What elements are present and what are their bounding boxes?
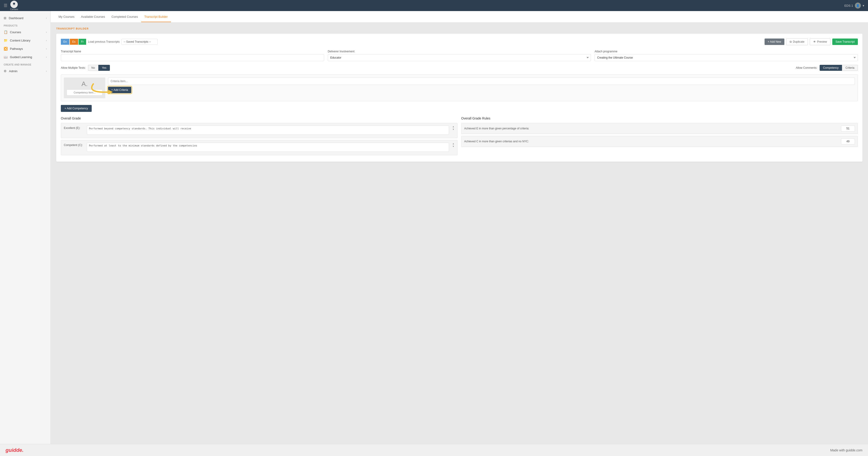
transcript-name-group: Transcript Name [61,50,324,61]
duplicate-button[interactable]: ⧉ Duplicate [786,38,808,45]
transcript-name-label: Transcript Name [61,50,324,53]
allow-comments-label: Allow Comments: [796,66,817,69]
create-manage-section-label: CREATE AND MANAGE [0,61,51,67]
tabs-bar: My Courses Available Courses Completed C… [51,11,868,23]
toggle-no-button[interactable]: No [88,65,98,71]
allow-tests-row: Allow Multiple Tests: No Yes Allow Comme… [61,65,858,71]
overall-grade-left: Overall Grade Excellent (E): Performed b… [61,116,458,157]
dropdown-icon[interactable]: ▾ [863,4,864,7]
allow-tests-toggle: No Yes [88,65,110,71]
hamburger-icon[interactable]: ☰ [4,3,7,8]
add-criteria-button[interactable]: + Add Criteria [108,87,131,93]
add-competency-button[interactable]: + Add Competency [61,105,92,112]
user-label: EDS 1 [844,4,853,7]
language-buttons: En Es Fr [61,39,86,45]
section-title: TRANSCRIPT BUILDER [56,27,863,30]
tab-my-courses[interactable]: My Courses [55,12,78,22]
preview-button[interactable]: 👁 Preview [810,38,831,45]
sidebar-item-admin[interactable]: ⚙ Admin › [0,67,51,75]
arrow-up-icon[interactable]: ▲ [452,125,455,128]
avatar: 👤 [855,3,861,8]
excellent-rule-text: Achieved E in more than given percentage… [464,127,839,130]
sidebar-item-pathways[interactable]: 🔀 Pathways › [0,45,51,53]
sidebar-item-label: Guided Learning [10,55,32,59]
competency-area: A. + Add Criteria [61,75,858,101]
excellent-description-group: Performed beyond competency standards. T… [87,125,449,136]
tab-transcript-builder[interactable]: Transcript Builder [141,12,171,22]
app-logo: Censeo [10,1,18,10]
competency-right-panel: + Add Criteria [108,78,855,93]
chevron-right-icon: › [46,31,47,33]
guided-learning-icon: 📖 [4,55,8,59]
deliverer-involvement-select[interactable]: Educator [328,54,591,61]
sidebar-item-label: Content Library [10,39,30,42]
attach-programme-select[interactable]: Creating the Ultimate Course [595,54,858,61]
preview-icon: 👁 [813,40,816,44]
dashboard-icon: ⊞ [4,16,6,20]
competent-grade-row: Competent (C): Performed at least to the… [61,140,458,155]
pathways-icon: 🔀 [4,47,8,51]
competent-description-group: Performed at least to the minimum standa… [87,143,449,153]
competency-left-panel: A. [64,78,105,98]
excellent-rule-input[interactable] [841,125,855,132]
excellent-grade-row: Excellent (E): Performed beyond competen… [61,123,458,138]
deliverer-involvement-label: Deliverer Involvement [328,50,591,53]
add-new-button[interactable]: + Add New [765,38,784,45]
sidebar-item-dashboard[interactable]: ⊞ Dashboard › [0,14,51,22]
lang-en-button[interactable]: En [61,39,69,45]
competent-rule-input[interactable] [841,138,855,144]
tab-available-courses[interactable]: Available Courses [78,12,108,22]
toolbar-row: En Es Fr Load previous Transcripts -- Sa… [61,38,858,45]
duplicate-icon: ⧉ [790,40,792,44]
user-menu[interactable]: EDS 1 👤 ▾ [844,3,864,8]
toggle-yes-button[interactable]: Yes [98,65,110,71]
competent-rule-row: Achieved C in more than given criterias … [461,136,858,147]
chevron-right-icon: › [46,47,47,50]
sidebar-item-label: Dashboard [9,17,24,20]
arrow-down-icon[interactable]: ▼ [452,128,455,131]
form-row-1: Transcript Name Deliverer Involvement Ed… [61,50,858,61]
arrow-down-icon-2[interactable]: ▼ [452,145,455,148]
courses-icon: 📋 [4,30,8,34]
sidebar-item-courses[interactable]: 📋 Courses › [0,28,51,36]
sidebar-item-guided-learning[interactable]: 📖 Guided Learning › [0,53,51,61]
footer: guidde. Made with guidde.com [0,444,868,456]
competency-letter: A. [82,80,88,88]
content-library-icon: 📁 [4,38,8,42]
lang-fr-button[interactable]: Fr [79,39,86,45]
saved-transcripts-select[interactable]: -- Saved Transcripts -- [121,39,158,45]
chevron-right-icon: › [46,70,47,73]
footer-text: Made with guidde.com [830,448,863,452]
sidebar-item-label: Courses [10,30,21,34]
transcript-name-input[interactable] [61,54,324,61]
arrow-up-icon-2[interactable]: ▲ [452,143,455,145]
grade-arrows: ▲ ▼ [452,125,455,131]
grade-arrows-2: ▲ ▼ [452,143,455,148]
competency-comments-button[interactable]: Competency [819,65,842,71]
overall-grade-title: Overall Grade [61,116,458,120]
chevron-right-icon: › [46,56,47,58]
competent-grade-label: Competent (C): [64,143,85,147]
criteria-comments-button[interactable]: Criteria [842,65,858,71]
excellent-grade-textarea[interactable]: Performed beyond competency standards. T… [87,125,449,135]
attach-programme-label: Attach programme [595,50,858,53]
transcript-builder-card: En Es Fr Load previous Transcripts -- Sa… [56,34,863,162]
logo-text: Censeo [10,8,18,10]
competent-grade-textarea[interactable]: Performed at least to the minimum standa… [87,143,449,152]
comments-toggle: Competency Criteria [819,65,858,71]
sidebar-item-content-library[interactable]: 📁 Content Library › [0,36,51,45]
chevron-right-icon: › [46,39,47,42]
lang-es-button[interactable]: Es [70,39,78,45]
svg-point-0 [13,3,15,5]
competency-item-input[interactable] [67,89,102,95]
tab-completed-courses[interactable]: Completed Courses [108,12,141,22]
excellent-rule-row: Achieved E in more than given percentage… [461,123,858,134]
chevron-right-icon: › [46,17,47,19]
products-section-label: PRODUCTS [0,22,51,28]
navbar: ☰ Censeo EDS 1 👤 ▾ [0,0,868,11]
criteria-item-input[interactable] [108,78,855,85]
save-transcript-button[interactable]: Save Transcript [832,38,858,45]
logo-icon [10,1,18,8]
competent-rule-text: Achieved C in more than given criterias … [464,140,839,143]
attach-programme-group: Attach programme Creating the Ultimate C… [595,50,858,61]
